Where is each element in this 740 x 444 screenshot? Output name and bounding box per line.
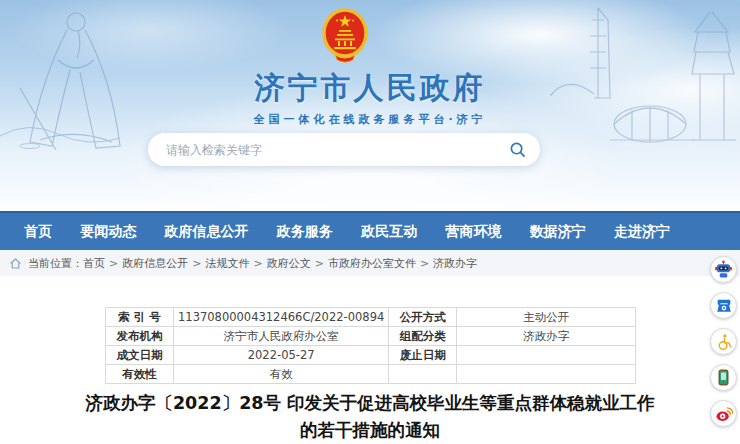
meta-value-empty <box>457 365 636 384</box>
breadcrumb-item-docs[interactable]: 政府公文 <box>267 256 311 271</box>
search-button[interactable] <box>506 139 528 161</box>
meta-label-issuer: 发布机构 <box>106 327 174 346</box>
table-row: 索 引 号 11370800004312466C/2022-00894 公开方式… <box>106 308 636 327</box>
header-banner: 济宁市人民政府 全国一体化在线政务服务平台·济宁 <box>0 0 740 211</box>
national-emblem-icon <box>320 7 370 63</box>
document-meta-table: 索 引 号 11370800004312466C/2022-00894 公开方式… <box>105 307 636 384</box>
meta-label-index: 索 引 号 <box>106 308 174 327</box>
hotline-button[interactable] <box>710 292 737 319</box>
meta-value-category: 济政办字 <box>457 327 636 346</box>
breadcrumb-item-office[interactable]: 市政府办公室文件 <box>328 256 416 271</box>
breadcrumb-separator: > <box>315 257 324 270</box>
government-portal-page: 济宁市人民政府 全国一体化在线政务服务平台·济宁 首页 要闻动态 政府信息公开 … <box>0 0 740 444</box>
breadcrumb-item-info[interactable]: 政府信息公开 <box>122 256 188 271</box>
nav-item-home[interactable]: 首页 <box>24 223 52 241</box>
meta-value-issuer: 济宁市人民政府办公室 <box>174 327 389 346</box>
site-subtitle: 全国一体化在线政务服务平台·济宁 <box>0 112 740 127</box>
site-title: 济宁市人民政府 <box>0 68 740 109</box>
meta-label-expiry: 废止日期 <box>389 346 457 365</box>
meta-value-validity: 有效 <box>174 365 389 384</box>
meta-value-date: 2022-05-27 <box>174 346 389 365</box>
nav-item-data-jining[interactable]: 数据济宁 <box>530 223 586 241</box>
nav-item-interaction[interactable]: 政民互动 <box>361 223 417 241</box>
breadcrumb-separator: > <box>109 257 118 270</box>
table-row: 成文日期 2022-05-27 废止日期 <box>106 346 636 365</box>
search-icon <box>509 141 526 158</box>
document-title-line1: 济政办字〔2022〕28号 印发关于促进高校毕业生等重点群体稳就业工作 <box>0 390 740 417</box>
meta-value-index: 11370800004312466C/2022-00894 <box>174 308 389 327</box>
nav-item-gov-services[interactable]: 政务服务 <box>277 223 333 241</box>
wheelchair-icon <box>715 333 733 351</box>
breadcrumb-separator: > <box>192 257 201 270</box>
document-title-line2: 的若干措施的通知 <box>0 417 740 444</box>
main-nav: 首页 要闻动态 政府信息公开 政务服务 政民互动 营商环境 数据济宁 走进济宁 <box>0 211 740 250</box>
table-row: 有效性 有效 <box>106 365 636 384</box>
meta-label-validity: 有效性 <box>106 365 174 384</box>
mobile-phone-icon <box>715 369 732 386</box>
breadcrumb: 当前位置： 首页 > 政府信息公开 > 法规文件 > 政府公文 > 市政府办公室… <box>0 250 740 276</box>
telephone-icon <box>715 297 733 315</box>
breadcrumb-separator: > <box>420 257 429 270</box>
meta-value-openness: 主动公开 <box>457 308 636 327</box>
meta-label-openness: 公开方式 <box>389 308 457 327</box>
meta-value-expiry <box>457 346 636 365</box>
breadcrumb-prefix: 当前位置： <box>28 256 83 271</box>
nav-item-about-jining[interactable]: 走进济宁 <box>614 223 670 241</box>
mobile-version-button[interactable] <box>710 364 737 391</box>
meta-label-category: 组配分类 <box>389 327 457 346</box>
breadcrumb-separator: > <box>253 257 262 270</box>
breadcrumb-item-home[interactable]: 首页 <box>83 256 105 271</box>
nav-item-news[interactable]: 要闻动态 <box>80 223 136 241</box>
nav-item-info-disclosure[interactable]: 政府信息公开 <box>165 223 249 241</box>
breadcrumb-item-regs[interactable]: 法规文件 <box>205 256 249 271</box>
search-bar <box>148 133 540 166</box>
search-input[interactable] <box>166 143 506 157</box>
home-icon <box>9 257 22 270</box>
weibo-button[interactable] <box>710 400 737 427</box>
table-row: 发布机构 济宁市人民政府办公室 组配分类 济政办字 <box>106 327 636 346</box>
nav-item-business-env[interactable]: 营商环境 <box>445 223 501 241</box>
breadcrumb-item-jzbz[interactable]: 济政办字 <box>433 256 477 271</box>
ai-assistant-button[interactable] <box>710 256 737 283</box>
document-title: 济政办字〔2022〕28号 印发关于促进高校毕业生等重点群体稳就业工作 的若干措… <box>0 390 740 444</box>
accessibility-button[interactable] <box>710 328 737 355</box>
weibo-icon <box>715 405 733 423</box>
meta-label-date: 成文日期 <box>106 346 174 365</box>
side-toolbar <box>710 256 737 427</box>
meta-label-empty <box>389 365 457 384</box>
robot-icon <box>714 260 733 279</box>
